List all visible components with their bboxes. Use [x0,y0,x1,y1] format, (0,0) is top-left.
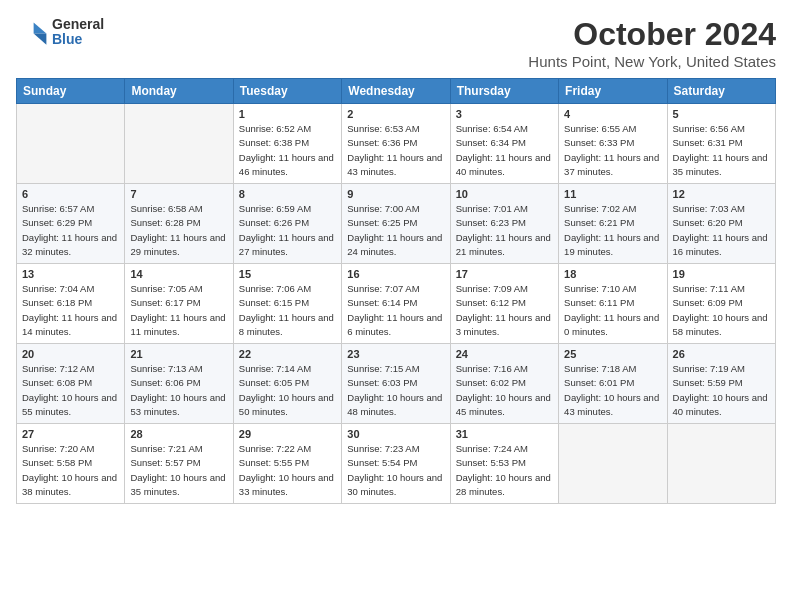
calendar-cell: 2Sunrise: 6:53 AM Sunset: 6:36 PM Daylig… [342,104,450,184]
calendar-cell: 18Sunrise: 7:10 AM Sunset: 6:11 PM Dayli… [559,264,667,344]
calendar-cell [17,104,125,184]
day-number: 22 [239,348,336,360]
calendar-header-row: SundayMondayTuesdayWednesdayThursdayFrid… [17,79,776,104]
day-number: 24 [456,348,553,360]
calendar-cell: 12Sunrise: 7:03 AM Sunset: 6:20 PM Dayli… [667,184,775,264]
calendar-cell: 27Sunrise: 7:20 AM Sunset: 5:58 PM Dayli… [17,424,125,504]
day-number: 14 [130,268,227,280]
calendar-week-row: 20Sunrise: 7:12 AM Sunset: 6:08 PM Dayli… [17,344,776,424]
title-block: October 2024 Hunts Point, New York, Unit… [528,16,776,70]
calendar-cell: 26Sunrise: 7:19 AM Sunset: 5:59 PM Dayli… [667,344,775,424]
day-detail: Sunrise: 7:05 AM Sunset: 6:17 PM Dayligh… [130,282,227,339]
day-number: 29 [239,428,336,440]
logo-general: General [52,17,104,32]
logo-text: General Blue [52,17,104,48]
day-number: 23 [347,348,444,360]
day-detail: Sunrise: 6:55 AM Sunset: 6:33 PM Dayligh… [564,122,661,179]
day-number: 13 [22,268,119,280]
day-number: 16 [347,268,444,280]
calendar-cell: 7Sunrise: 6:58 AM Sunset: 6:28 PM Daylig… [125,184,233,264]
day-detail: Sunrise: 6:54 AM Sunset: 6:34 PM Dayligh… [456,122,553,179]
day-number: 27 [22,428,119,440]
day-number: 12 [673,188,770,200]
day-number: 30 [347,428,444,440]
calendar-week-row: 1Sunrise: 6:52 AM Sunset: 6:38 PM Daylig… [17,104,776,184]
calendar-cell: 22Sunrise: 7:14 AM Sunset: 6:05 PM Dayli… [233,344,341,424]
day-number: 9 [347,188,444,200]
location: Hunts Point, New York, United States [528,53,776,70]
col-header-wednesday: Wednesday [342,79,450,104]
day-number: 3 [456,108,553,120]
day-detail: Sunrise: 7:10 AM Sunset: 6:11 PM Dayligh… [564,282,661,339]
calendar-cell: 4Sunrise: 6:55 AM Sunset: 6:33 PM Daylig… [559,104,667,184]
calendar-cell: 17Sunrise: 7:09 AM Sunset: 6:12 PM Dayli… [450,264,558,344]
calendar-cell: 23Sunrise: 7:15 AM Sunset: 6:03 PM Dayli… [342,344,450,424]
day-number: 2 [347,108,444,120]
day-detail: Sunrise: 7:00 AM Sunset: 6:25 PM Dayligh… [347,202,444,259]
calendar-cell: 15Sunrise: 7:06 AM Sunset: 6:15 PM Dayli… [233,264,341,344]
day-detail: Sunrise: 6:56 AM Sunset: 6:31 PM Dayligh… [673,122,770,179]
calendar-cell: 9Sunrise: 7:00 AM Sunset: 6:25 PM Daylig… [342,184,450,264]
col-header-friday: Friday [559,79,667,104]
day-number: 11 [564,188,661,200]
day-number: 7 [130,188,227,200]
day-number: 17 [456,268,553,280]
calendar-cell: 10Sunrise: 7:01 AM Sunset: 6:23 PM Dayli… [450,184,558,264]
day-detail: Sunrise: 7:16 AM Sunset: 6:02 PM Dayligh… [456,362,553,419]
day-number: 25 [564,348,661,360]
day-detail: Sunrise: 7:24 AM Sunset: 5:53 PM Dayligh… [456,442,553,499]
day-detail: Sunrise: 7:18 AM Sunset: 6:01 PM Dayligh… [564,362,661,419]
day-number: 1 [239,108,336,120]
calendar-week-row: 6Sunrise: 6:57 AM Sunset: 6:29 PM Daylig… [17,184,776,264]
calendar-cell: 3Sunrise: 6:54 AM Sunset: 6:34 PM Daylig… [450,104,558,184]
day-detail: Sunrise: 7:06 AM Sunset: 6:15 PM Dayligh… [239,282,336,339]
day-detail: Sunrise: 6:53 AM Sunset: 6:36 PM Dayligh… [347,122,444,179]
calendar-cell: 5Sunrise: 6:56 AM Sunset: 6:31 PM Daylig… [667,104,775,184]
day-number: 18 [564,268,661,280]
day-number: 20 [22,348,119,360]
day-number: 26 [673,348,770,360]
calendar-cell: 1Sunrise: 6:52 AM Sunset: 6:38 PM Daylig… [233,104,341,184]
day-detail: Sunrise: 7:04 AM Sunset: 6:18 PM Dayligh… [22,282,119,339]
day-detail: Sunrise: 7:21 AM Sunset: 5:57 PM Dayligh… [130,442,227,499]
day-number: 8 [239,188,336,200]
calendar-week-row: 27Sunrise: 7:20 AM Sunset: 5:58 PM Dayli… [17,424,776,504]
day-number: 19 [673,268,770,280]
calendar-cell: 21Sunrise: 7:13 AM Sunset: 6:06 PM Dayli… [125,344,233,424]
day-detail: Sunrise: 7:02 AM Sunset: 6:21 PM Dayligh… [564,202,661,259]
day-number: 21 [130,348,227,360]
calendar-cell: 31Sunrise: 7:24 AM Sunset: 5:53 PM Dayli… [450,424,558,504]
day-number: 31 [456,428,553,440]
day-detail: Sunrise: 7:11 AM Sunset: 6:09 PM Dayligh… [673,282,770,339]
col-header-monday: Monday [125,79,233,104]
col-header-saturday: Saturday [667,79,775,104]
day-detail: Sunrise: 7:14 AM Sunset: 6:05 PM Dayligh… [239,362,336,419]
col-header-tuesday: Tuesday [233,79,341,104]
calendar-cell [125,104,233,184]
calendar-cell [667,424,775,504]
day-detail: Sunrise: 6:58 AM Sunset: 6:28 PM Dayligh… [130,202,227,259]
calendar-cell: 8Sunrise: 6:59 AM Sunset: 6:26 PM Daylig… [233,184,341,264]
calendar-cell: 28Sunrise: 7:21 AM Sunset: 5:57 PM Dayli… [125,424,233,504]
calendar-cell: 14Sunrise: 7:05 AM Sunset: 6:17 PM Dayli… [125,264,233,344]
day-detail: Sunrise: 7:07 AM Sunset: 6:14 PM Dayligh… [347,282,444,339]
calendar-cell: 20Sunrise: 7:12 AM Sunset: 6:08 PM Dayli… [17,344,125,424]
day-detail: Sunrise: 7:09 AM Sunset: 6:12 PM Dayligh… [456,282,553,339]
svg-marker-1 [34,34,47,45]
day-detail: Sunrise: 7:20 AM Sunset: 5:58 PM Dayligh… [22,442,119,499]
calendar-table: SundayMondayTuesdayWednesdayThursdayFrid… [16,78,776,504]
calendar-cell: 30Sunrise: 7:23 AM Sunset: 5:54 PM Dayli… [342,424,450,504]
calendar-cell: 16Sunrise: 7:07 AM Sunset: 6:14 PM Dayli… [342,264,450,344]
day-number: 4 [564,108,661,120]
day-number: 15 [239,268,336,280]
day-detail: Sunrise: 7:15 AM Sunset: 6:03 PM Dayligh… [347,362,444,419]
page-header: General Blue October 2024 Hunts Point, N… [16,16,776,70]
col-header-sunday: Sunday [17,79,125,104]
calendar-cell: 11Sunrise: 7:02 AM Sunset: 6:21 PM Dayli… [559,184,667,264]
day-detail: Sunrise: 7:22 AM Sunset: 5:55 PM Dayligh… [239,442,336,499]
calendar-cell [559,424,667,504]
month-title: October 2024 [528,16,776,53]
logo: General Blue [16,16,104,48]
day-detail: Sunrise: 7:13 AM Sunset: 6:06 PM Dayligh… [130,362,227,419]
day-detail: Sunrise: 7:23 AM Sunset: 5:54 PM Dayligh… [347,442,444,499]
